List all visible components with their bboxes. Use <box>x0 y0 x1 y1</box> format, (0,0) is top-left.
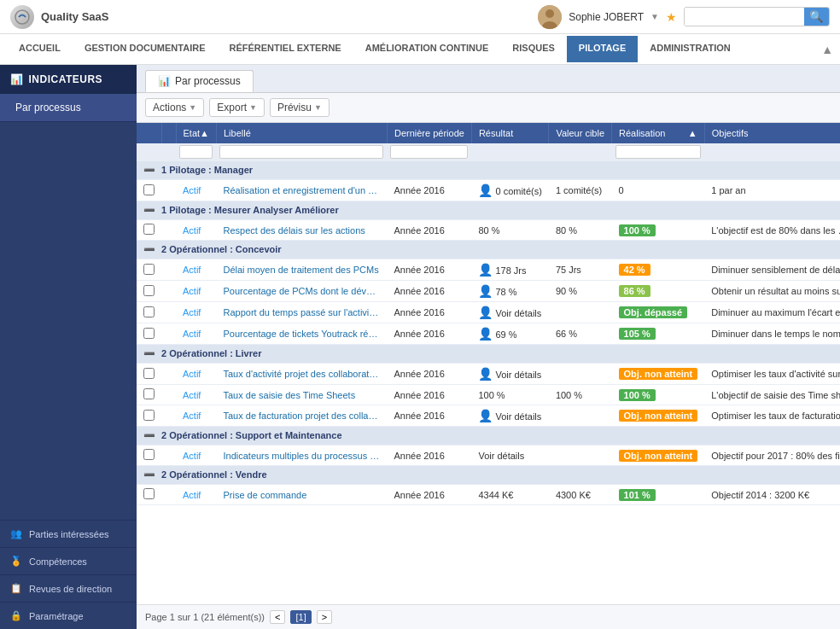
filter-etat[interactable] <box>179 145 213 159</box>
favorites-icon[interactable]: ★ <box>666 10 677 24</box>
collapse-g5-icon[interactable]: ➖ <box>143 430 155 440</box>
row-checkbox[interactable] <box>143 285 155 296</box>
filter-periode[interactable] <box>390 145 468 159</box>
collapse-g6-icon[interactable]: ➖ <box>143 469 155 480</box>
realisation-badge: 100 % <box>619 224 656 236</box>
row-resultat: 👤 Voir détails <box>471 364 548 385</box>
row-resultat: 👤 Voir détails <box>471 302 548 323</box>
nav-gestion[interactable]: GESTION DOCUMENTAIRE <box>73 36 218 62</box>
sidebar-item-competences[interactable]: 🏅 Compétences <box>0 547 137 574</box>
row-libelle[interactable]: Réalisation et enregistrement d'un comit… <box>216 180 387 201</box>
row-checkbox[interactable] <box>143 224 155 235</box>
nav-accueil[interactable]: ACCUEIL <box>7 36 73 62</box>
tab-par-processus[interactable]: 📊 Par processus <box>145 70 254 92</box>
row-libelle[interactable]: Taux d'activité projet des collaborateur… <box>216 364 387 385</box>
nav-risques[interactable]: RISQUES <box>500 36 567 62</box>
previsu-button[interactable]: Prévisu ▼ <box>270 98 330 117</box>
row-checkbox[interactable] <box>143 306 155 317</box>
sidebar-item-revues[interactable]: 📋 Revues de direction <box>0 574 137 602</box>
person-icon: 👤 <box>478 367 493 381</box>
sidebar-item-parties-interessees[interactable]: 👥 Parties intéressées <box>0 520 137 547</box>
search-input[interactable] <box>685 9 804 26</box>
row-checkbox[interactable] <box>143 184 155 195</box>
next-page-button[interactable]: > <box>317 610 332 624</box>
row-objectifs: 1 par an <box>704 180 840 201</box>
row-libelle[interactable]: Pourcentage de tickets Youtrack réouvert… <box>216 323 387 345</box>
user-dropdown-icon[interactable]: ▼ <box>650 12 659 21</box>
collapse-g3-icon[interactable]: ➖ <box>143 244 155 254</box>
filter-libelle[interactable] <box>219 145 383 159</box>
person-icon: 👤 <box>478 327 493 341</box>
row-objectifs: Obtenir un résultat au moins supér <box>704 281 840 302</box>
th-libelle[interactable]: Libellé <box>216 123 387 143</box>
row-etat: Actif <box>176 446 216 466</box>
th-valeur-cible[interactable]: Valeur cible <box>549 123 612 143</box>
sidebar-item-par-processus[interactable]: Par processus <box>0 94 137 122</box>
sidebar-item-parametrage[interactable]: 🔒 Paramétrage <box>0 602 137 629</box>
th-objectifs[interactable]: Objectifs <box>704 123 840 143</box>
nav-amelioration[interactable]: AMÉLIORATION CONTINUE <box>353 36 501 62</box>
row-objectifs: L'objectif de saisie des Time sheet <box>704 385 840 405</box>
realisation-badge: Obj. non atteint <box>619 450 698 462</box>
row-checkbox[interactable] <box>143 368 155 379</box>
th-realisation[interactable]: Réalisation ▲ <box>612 123 705 143</box>
current-page-button[interactable]: [1] <box>290 610 311 624</box>
competences-icon: 🏅 <box>10 556 22 567</box>
row-checkbox[interactable] <box>143 328 155 339</box>
collapse-g1-icon[interactable]: ➖ <box>143 165 155 175</box>
revues-icon: 📋 <box>10 583 22 594</box>
row-periode: Année 2016 <box>387 405 471 427</box>
nav-referentiel[interactable]: RÉFÉRENTIEL EXTERNE <box>217 36 353 62</box>
row-resultat: 80 % <box>471 220 548 241</box>
tab-bar: 📊 Par processus <box>137 65 840 93</box>
row-valeur-cible: 80 % <box>549 220 612 241</box>
row-realisation: 0 <box>612 180 705 201</box>
th-resultat[interactable]: Résultat <box>471 123 548 143</box>
row-checkbox[interactable] <box>143 388 155 399</box>
row-resultat: Voir détails <box>471 446 548 466</box>
row-realisation: 86 % <box>612 281 705 302</box>
row-realisation: Obj. dépassé <box>612 302 705 323</box>
previsu-dropdown-icon: ▼ <box>314 103 322 112</box>
row-checkbox[interactable] <box>143 488 155 499</box>
row-periode: Année 2016 <box>387 220 471 241</box>
table-row: Actif Rapport du temps passé sur l'activ… <box>137 302 840 323</box>
row-libelle[interactable]: Taux de facturation projet des collabora… <box>216 405 387 427</box>
row-libelle[interactable]: Prise de commande <box>216 485 387 505</box>
row-etat: Actif <box>176 485 216 505</box>
nav-collapse-btn[interactable]: ▲ <box>821 43 833 56</box>
sort-realisation-icon: ▲ <box>688 128 697 138</box>
row-libelle[interactable]: Pourcentage de PCMs dont le développemen… <box>216 281 387 302</box>
export-button[interactable]: Export ▼ <box>209 98 265 117</box>
prev-page-button[interactable]: < <box>270 610 285 624</box>
sort-etat-icon: ▲ <box>200 128 209 138</box>
table-container[interactable]: Etat ▲ Libellé Dernière période Résultat… <box>137 123 840 604</box>
row-libelle[interactable]: Délai moyen de traitement des PCMs <box>216 259 387 281</box>
row-libelle[interactable]: Indicateurs multiples du processus SUPPO… <box>216 446 387 466</box>
table-row: Actif Respect des délais sur les actions… <box>137 220 840 241</box>
collapse-g2-icon[interactable]: ➖ <box>143 205 155 215</box>
row-libelle[interactable]: Respect des délais sur les actions <box>216 220 387 241</box>
actions-button[interactable]: Actions ▼ <box>145 98 204 117</box>
th-periode[interactable]: Dernière période <box>387 123 471 143</box>
row-checkbox[interactable] <box>143 449 155 460</box>
nav-administration[interactable]: ADMINISTRATION <box>638 36 743 62</box>
row-periode: Année 2016 <box>387 302 471 323</box>
row-checkbox[interactable] <box>143 410 155 421</box>
row-periode: Année 2016 <box>387 323 471 345</box>
search-button[interactable]: 🔍 <box>804 8 829 26</box>
user-name: Sophie JOBERT <box>569 11 644 23</box>
collapse-g4-icon[interactable]: ➖ <box>143 348 155 358</box>
row-periode: Année 2016 <box>387 259 471 281</box>
nav-pilotage[interactable]: PILOTAGE <box>567 36 638 62</box>
filter-realisation[interactable] <box>615 145 702 159</box>
row-objectifs: Diminuer sensiblement de délai m <box>704 259 840 281</box>
row-realisation: 105 % <box>612 323 705 345</box>
th-etat[interactable]: Etat ▲ <box>176 123 216 143</box>
row-valeur-cible <box>549 446 612 466</box>
row-checkbox[interactable] <box>143 264 155 275</box>
row-libelle[interactable]: Taux de saisie des Time Sheets <box>216 385 387 405</box>
table-row: Actif Pourcentage de PCMs dont le dévelo… <box>137 281 840 302</box>
realisation-badge: 101 % <box>619 489 656 501</box>
row-libelle[interactable]: Rapport du temps passé sur l'activité Yo… <box>216 302 387 323</box>
